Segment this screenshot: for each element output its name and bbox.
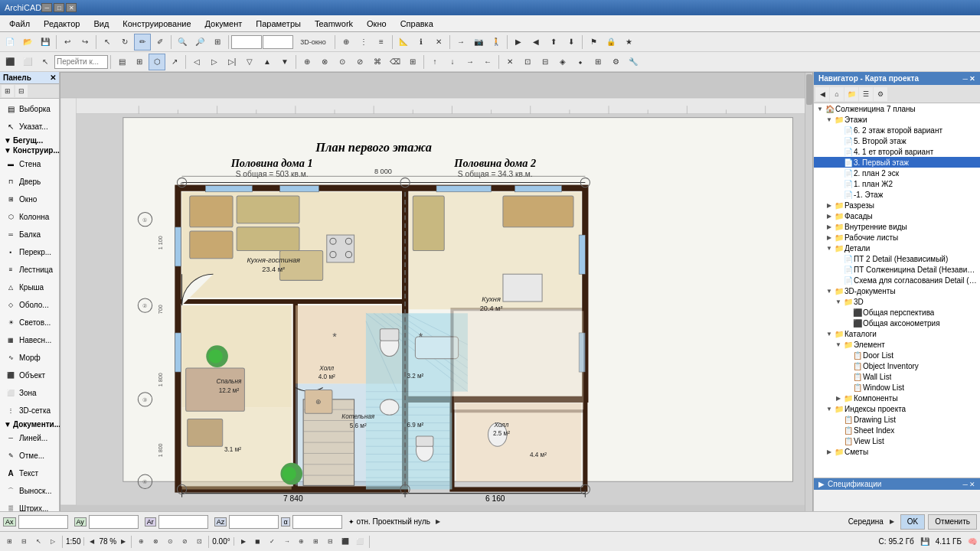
panel-item-object[interactable]: ⬛ Объект <box>2 367 57 383</box>
vscrollbar-thumb[interactable] <box>806 74 812 105</box>
extra-btn1[interactable]: ▶ <box>510 34 527 51</box>
menu-document[interactable]: Документ <box>199 18 249 30</box>
t2-sel2[interactable]: ⊞ <box>131 54 148 70</box>
lock-btn[interactable]: 🔒 <box>603 34 619 51</box>
t2-nav4[interactable]: ▽ <box>241 54 258 70</box>
nav-btn2[interactable]: ⊗ <box>149 536 162 548</box>
cancel-button[interactable]: Отменить <box>928 514 977 530</box>
arrow-btn[interactable]: → <box>452 34 469 51</box>
tree-item-etazh1j[interactable]: 📄 1. план Ж2 <box>814 178 980 189</box>
spec-expand-icon[interactable]: ▶ <box>818 480 825 488</box>
zoom-inc-btn[interactable]: ▶ <box>119 536 128 548</box>
spec-close-icon[interactable]: ✕ <box>969 481 975 488</box>
tree-item-drawlist[interactable]: 📋 Drawing List <box>814 414 980 425</box>
t2-nav3[interactable]: ▷| <box>224 54 240 70</box>
extra-status-btn6[interactable]: ⊞ <box>310 536 322 548</box>
tree-item-det2[interactable]: 📄 ПТ Солженицина Detail (Независи... <box>814 264 980 275</box>
extra-status-btn8[interactable]: ⬛ <box>339 536 351 548</box>
t2-tool7[interactable]: ⚙ <box>607 54 624 70</box>
menu-construct[interactable]: Конструирование <box>116 18 197 30</box>
undo-btn[interactable]: ↩ <box>59 34 76 51</box>
t2-move3[interactable]: → <box>462 54 479 70</box>
tree-item-3d[interactable]: ▼ 📁 3D <box>814 296 980 307</box>
t2-btn1[interactable]: ⬛ <box>2 54 18 70</box>
menu-edit[interactable]: Редактор <box>38 18 86 30</box>
extra-btn2[interactable]: ◀ <box>528 34 544 51</box>
nav-list-btn[interactable]: ☰ <box>859 87 873 101</box>
pencil-btn[interactable]: ✐ <box>152 34 168 51</box>
open-btn[interactable]: 📂 <box>19 34 36 51</box>
zoom-dec-btn[interactable]: ◀ <box>87 536 96 548</box>
menu-window[interactable]: Окно <box>361 18 393 30</box>
t2-extra5[interactable]: ⌘ <box>369 54 386 70</box>
t2-extra7[interactable]: ⊞ <box>404 54 421 70</box>
drawing-area[interactable]: 7 840 6 160 <box>60 72 813 531</box>
nav-home-btn[interactable]: ⌂ <box>830 87 844 101</box>
tree-item-etazh1[interactable]: 📄 -1. Этаж <box>814 189 980 200</box>
extra-status-btn9[interactable]: ⬜ <box>354 536 366 548</box>
extra-status-btn5[interactable]: ⊕ <box>296 536 308 548</box>
tree-item-etazh5[interactable]: 📄 5. Второй этаж <box>814 135 980 146</box>
panel-item-shell[interactable]: ◇ Оболо... <box>2 296 57 313</box>
extra-status-btn7[interactable]: ⊟ <box>325 536 337 548</box>
tree-item-etazh3[interactable]: 📄 3. Первый этаж <box>814 157 980 168</box>
tree-item-kompons[interactable]: ▶ 📁 Компоненты <box>814 393 980 403</box>
panel-item-lineal[interactable]: ─ Линей... <box>2 429 57 446</box>
star-btn[interactable]: ★ <box>620 34 637 51</box>
new-btn[interactable]: 📄 <box>2 34 18 51</box>
panel-item-text[interactable]: A Текст <box>2 465 57 481</box>
t2-extra2[interactable]: ⊗ <box>316 54 333 70</box>
t2-nav1[interactable]: ◁ <box>188 54 205 70</box>
nav-back-btn[interactable]: ◀ <box>815 87 829 101</box>
snap-btn[interactable]: ⊕ <box>338 34 354 51</box>
grid-btn[interactable]: ⋮ <box>355 34 372 51</box>
snap-toggle-btn[interactable]: ▶ <box>887 517 897 527</box>
ay-input[interactable]: Ay: -36359 <box>89 515 139 529</box>
camera-btn[interactable]: 📷 <box>470 34 487 51</box>
tree-item-smety[interactable]: ▶ 📁 Сметы <box>814 446 980 457</box>
origin-toggle-btn[interactable]: ▶ <box>433 517 443 527</box>
maximize-button[interactable]: □ <box>54 3 64 12</box>
t2-nav2[interactable]: ▷ <box>206 54 223 70</box>
tree-item-katalogi[interactable]: ▼ 📁 Каталоги <box>814 328 980 339</box>
layer-btn[interactable]: ≡ <box>373 34 390 51</box>
t2-tool1[interactable]: ✕ <box>501 54 518 70</box>
nav-settings-btn[interactable]: ⚙ <box>874 87 887 101</box>
status-tb2[interactable]: ⊟ <box>18 536 30 548</box>
panel-collapse-btn[interactable]: ⊟ <box>15 85 28 97</box>
tree-item-detali[interactable]: ▼ 📁 Детали <box>814 243 980 253</box>
toggle-root[interactable]: ▼ <box>815 104 825 113</box>
toggle-etazhi[interactable]: ▼ <box>825 115 834 124</box>
tree-item-rabochie[interactable]: ▶ 📁 Рабочие листы <box>814 232 980 243</box>
t2-move4[interactable]: ← <box>479 54 496 70</box>
panel-cat-running[interactable]: ▼ Бегущ... <box>2 135 57 145</box>
t2-btn3[interactable]: ↖ <box>37 54 54 70</box>
tree-item-etazh6[interactable]: 📄 6. 2 этаж второй вариант <box>814 125 980 135</box>
3d-view-btn[interactable]: 3D-окно <box>294 34 332 51</box>
tree-item-winlist[interactable]: 📋 Window List <box>814 382 980 393</box>
tree-item-etazh4[interactable]: 📄 4. 1 ет второй вариант <box>814 146 980 157</box>
t2-tool3[interactable]: ⊟ <box>537 54 554 70</box>
tree-item-objinv[interactable]: 📋 Object Inventory <box>814 360 980 371</box>
az-input[interactable]: Az: 6200 <box>229 515 279 529</box>
tree-item-etazh2[interactable]: 📄 2. план 2 эск <box>814 168 980 178</box>
tree-item-det3[interactable]: 📄 Схема для согласования Detail (Не... <box>814 275 980 285</box>
tree-item-razrezy[interactable]: ▶ 📁 Разрезы <box>814 200 980 210</box>
ax-input[interactable]: Ax: 93825 <box>18 515 68 529</box>
active-tool-btn[interactable]: ✏ <box>134 34 151 51</box>
alpha-input[interactable]: α: 338.82° <box>292 515 342 529</box>
t2-sel1[interactable]: ▤ <box>113 54 130 70</box>
nav-btn1[interactable]: ⊕ <box>135 536 147 548</box>
t2-tool4[interactable]: ◈ <box>554 54 571 70</box>
panel-item-skylight[interactable]: ☀ Светов... <box>2 314 57 331</box>
nav-btn3[interactable]: ⊙ <box>164 536 176 548</box>
extra-status-btn2[interactable]: ◼ <box>252 536 264 548</box>
menu-params[interactable]: Параметры <box>250 18 307 30</box>
measure-btn[interactable]: 📐 <box>395 34 412 51</box>
zoom-out-btn[interactable]: 🔎 <box>191 34 208 51</box>
nav-min-icon[interactable]: ─ <box>963 75 968 83</box>
t2-tool8[interactable]: 🔧 <box>625 54 642 70</box>
goto-input[interactable] <box>54 55 108 69</box>
panel-cat-construct[interactable]: ▼ Конструир... <box>2 145 57 155</box>
tree-item-fasady[interactable]: ▶ 📁 Фасады <box>814 210 980 221</box>
